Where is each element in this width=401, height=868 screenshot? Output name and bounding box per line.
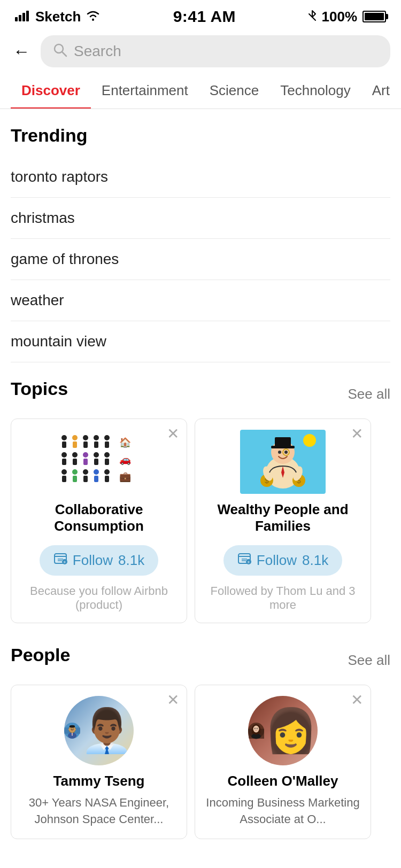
nav-tabs: Discover Entertainment Science Technolog… <box>0 73 401 109</box>
bluetooth-icon <box>308 9 317 25</box>
svg-text:+: + <box>63 560 66 565</box>
svg-rect-8 <box>62 441 66 448</box>
svg-rect-30 <box>73 476 77 482</box>
people-scroll: ✕ <box>0 685 401 850</box>
person-name-tammy: Tammy Tseng <box>53 773 145 789</box>
people-see-all[interactable]: See all <box>348 652 391 669</box>
svg-point-17 <box>61 452 67 458</box>
svg-rect-34 <box>94 476 98 482</box>
person-name-colleen: Colleen O'Malley <box>227 773 338 789</box>
svg-rect-3 <box>26 11 29 21</box>
people-header: People See all <box>0 629 401 685</box>
status-left: Sketch <box>15 9 101 25</box>
svg-text:🚗: 🚗 <box>119 454 132 466</box>
svg-rect-0 <box>15 17 18 21</box>
follow-icon-collab: + <box>53 552 67 569</box>
svg-point-92 <box>257 728 258 729</box>
back-arrow-icon: ← <box>13 42 30 61</box>
person-desc-colleen: Incoming Business Marketing Associate at… <box>204 795 362 828</box>
follow-count-collab: 8.1k <box>118 552 144 569</box>
svg-rect-26 <box>105 459 109 465</box>
svg-rect-12 <box>83 441 88 448</box>
svg-rect-2 <box>22 13 25 21</box>
carrier-name: Sketch <box>35 9 81 25</box>
trending-item-5[interactable]: mountain view <box>11 321 390 362</box>
svg-rect-16 <box>105 441 109 448</box>
avatar-colleen <box>248 696 318 765</box>
follow-label-wealthy: Follow <box>257 552 297 569</box>
svg-point-52 <box>278 451 281 454</box>
topics-title: Topics <box>11 378 68 399</box>
svg-rect-1 <box>19 15 21 21</box>
svg-point-25 <box>104 452 110 458</box>
follow-button-collab[interactable]: + Follow 8.1k <box>40 545 158 576</box>
person-desc-tammy: 30+ Years NASA Engineer, Johnson Space C… <box>20 795 178 828</box>
svg-point-77 <box>68 728 70 730</box>
svg-point-33 <box>94 469 99 475</box>
svg-rect-20 <box>73 459 77 465</box>
person-card-tammy: ✕ <box>11 685 187 839</box>
battery-icon <box>363 11 386 22</box>
status-right: 100% <box>308 9 387 25</box>
svg-text:🏠: 🏠 <box>119 437 132 448</box>
topic-card-collab: ✕ <box>11 418 187 623</box>
svg-text:💼: 💼 <box>119 471 132 483</box>
svg-point-19 <box>72 452 78 458</box>
trending-title: Trending <box>11 125 390 146</box>
svg-rect-51 <box>271 446 295 448</box>
svg-rect-32 <box>83 476 88 482</box>
trending-item-4[interactable]: weather <box>11 280 390 321</box>
svg-point-89 <box>255 728 256 729</box>
follow-label-collab: Follow <box>73 552 113 569</box>
svg-point-35 <box>104 469 110 475</box>
svg-rect-28 <box>62 476 66 482</box>
svg-line-6 <box>62 52 66 56</box>
trending-item-3[interactable]: game of thrones <box>11 239 390 280</box>
svg-point-90 <box>257 728 258 729</box>
status-bar: Sketch 9:41 AM 100% <box>0 0 401 30</box>
topic-name-wealthy: Wealthy People and Families <box>206 501 360 534</box>
tab-art[interactable]: Art <box>361 73 400 108</box>
svg-point-11 <box>83 435 88 440</box>
search-bar[interactable]: Search <box>41 35 390 67</box>
svg-point-88 <box>253 726 259 733</box>
close-icon-tammy[interactable]: ✕ <box>167 693 179 708</box>
status-time: 9:41 AM <box>173 7 236 26</box>
signal-icon <box>15 9 31 25</box>
svg-point-80 <box>73 728 74 730</box>
svg-point-4 <box>92 19 94 21</box>
tab-technology[interactable]: Technology <box>269 73 361 108</box>
people-title: People <box>11 645 70 665</box>
topic-image-wealthy: $ $ <box>240 430 326 494</box>
svg-rect-18 <box>62 459 66 465</box>
header: ← Search <box>0 30 401 73</box>
svg-point-27 <box>61 469 67 475</box>
tab-discover[interactable]: Discover <box>11 73 91 108</box>
topic-reason-wealthy: Followed by Thom Lu and 3 more <box>206 584 360 612</box>
search-icon <box>52 42 67 61</box>
trending-item-1[interactable]: toronto raptors <box>11 157 390 198</box>
person-card-colleen: ✕ <box>195 685 371 839</box>
topics-header: Topics See all <box>0 362 401 418</box>
follow-icon-wealthy: + <box>237 552 251 569</box>
svg-rect-24 <box>94 459 98 465</box>
svg-rect-22 <box>83 459 88 465</box>
topics-scroll: ✕ <box>0 418 401 629</box>
tab-entertainment[interactable]: Entertainment <box>91 73 199 108</box>
close-icon-collab[interactable]: ✕ <box>167 427 179 441</box>
tab-science[interactable]: Science <box>199 73 270 108</box>
follow-button-wealthy[interactable]: + Follow 8.1k <box>223 545 342 576</box>
trending-list: toronto raptors christmas game of throne… <box>11 157 390 362</box>
svg-point-76 <box>70 725 75 728</box>
topic-card-wealthy: ✕ <box>195 418 371 623</box>
close-icon-colleen[interactable]: ✕ <box>351 693 363 708</box>
trending-item-2[interactable]: christmas <box>11 198 390 239</box>
topics-see-all[interactable]: See all <box>348 386 391 402</box>
svg-point-15 <box>104 435 110 440</box>
svg-point-29 <box>72 469 78 475</box>
back-button[interactable]: ← <box>11 41 32 62</box>
svg-point-91 <box>255 728 256 729</box>
svg-point-21 <box>83 452 88 458</box>
close-icon-wealthy[interactable]: ✕ <box>351 427 363 441</box>
svg-text:+: + <box>247 560 250 565</box>
